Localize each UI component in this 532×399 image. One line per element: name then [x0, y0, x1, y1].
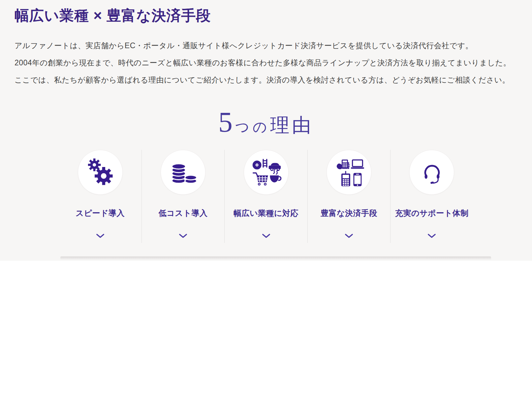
intro-text: アルファノートは、実店舗からEC・ポータル・通販サイト様へクレジットカード決済サ…: [15, 37, 517, 88]
page-title: 幅広い業種 × 豊富な決済手段: [15, 0, 532, 26]
chevron-down-icon[interactable]: [179, 234, 187, 238]
reasons-heading-word: 理由: [270, 115, 314, 136]
reasons-heading: 5つの理由: [0, 106, 532, 139]
chevron-down-icon[interactable]: [427, 234, 436, 238]
reason-card-low-cost[interactable]: 低コスト導入: [141, 150, 224, 243]
reasons-heading-number: 5: [218, 106, 235, 138]
coins-icon: [168, 157, 199, 188]
reasons-heading-particle: つの: [235, 119, 270, 135]
page: { "header": { "title": "幅広い業種 × 豊富な決済手段"…: [0, 0, 532, 399]
intro-line-3: ここでは、私たちが顧客から選ばれる理由についてご紹介いたします。決済の導入を検討…: [15, 71, 517, 88]
hero-section: 幅広い業種 × 豊富な決済手段 アルファノートは、実店舗からEC・ポータル・通販…: [0, 0, 532, 261]
intro-line-2: 2004年の創業から現在まで、時代のニーズと幅広い業種のお客様に合わせた多様な商…: [15, 54, 517, 71]
chevron-down-icon[interactable]: [345, 234, 353, 238]
icon-circle: [161, 150, 205, 195]
reason-label: 低コスト導入: [159, 208, 208, 218]
chevron-down-icon[interactable]: [96, 234, 105, 238]
icon-circle: [327, 150, 371, 195]
reasons-row: スピード導入 低コス: [59, 150, 473, 243]
payment-devices-icon: [333, 156, 365, 188]
reason-label: スピード導入: [76, 208, 125, 218]
reason-card-industries[interactable]: 幅広い業種に対応: [224, 150, 307, 243]
reason-card-speed[interactable]: スピード導入: [59, 150, 141, 243]
chevron-down-icon[interactable]: [262, 234, 270, 238]
icon-circle: [409, 150, 454, 195]
icon-circle: [244, 150, 289, 195]
intro-line-1: アルファノートは、実店舗からEC・ポータル・通販サイト様へクレジットカード決済サ…: [15, 37, 517, 54]
icon-circle: [78, 150, 123, 195]
reason-card-support[interactable]: 充実のサポート体制: [390, 150, 473, 243]
section-bottom-shadow: [60, 256, 491, 260]
industries-icon: [250, 156, 282, 188]
headset-icon: [416, 156, 448, 188]
reason-label: 幅広い業種に対応: [234, 208, 298, 218]
reason-card-payment-methods[interactable]: 豊富な決済手段: [307, 150, 390, 243]
gears-icon: [85, 157, 116, 188]
reason-label: 豊富な決済手段: [321, 208, 377, 218]
reason-label: 充実のサポート体制: [395, 208, 469, 218]
